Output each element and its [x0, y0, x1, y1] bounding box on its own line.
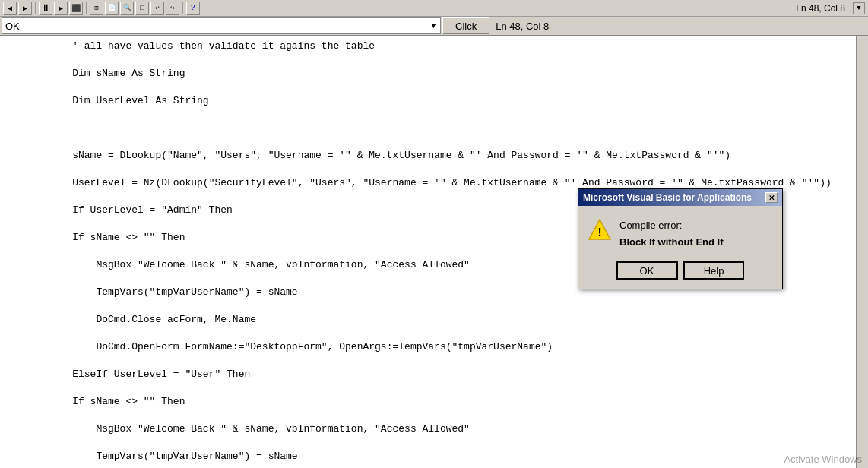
code-line	[46, 122, 868, 135]
design-btn[interactable]: ⊞	[90, 2, 103, 15]
svg-text:!: !	[596, 226, 603, 240]
error-title: Compile error:	[619, 218, 724, 233]
break-btn[interactable]: ⏸	[39, 2, 52, 15]
dialog-text: Compile error: Block If without End If	[619, 218, 724, 249]
code-line: MsgBox "Welcome Back " & sName, vbInform…	[46, 422, 868, 436]
code-line: Dim sName As String	[46, 67, 868, 81]
dialog-title: Microsoft Visual Basic for Applications	[583, 192, 752, 203]
forward-btn[interactable]: ▶	[18, 2, 32, 15]
redo-btn[interactable]: ↪	[166, 2, 179, 15]
code-line: sName = DLookup("Name", "Users", "Userna…	[46, 149, 868, 163]
dialog-buttons: OK Help	[588, 261, 773, 280]
warning-icon: !	[588, 218, 612, 242]
error-message: Block If without End If	[619, 235, 724, 250]
code-line: DoCmd.Close acForm, Me.Name	[46, 313, 868, 327]
scrollbar[interactable]	[856, 36, 868, 468]
dialog-help-btn[interactable]: Help	[683, 261, 744, 280]
scroll-arrow[interactable]: ▼	[853, 2, 865, 14]
dialog-close-btn[interactable]: ✕	[765, 192, 778, 203]
code-line: If sName <> "" Then	[46, 395, 868, 409]
code-line: TempVars("tmpVarUserName") = sName	[46, 450, 868, 463]
undo-btn[interactable]: ↩	[150, 2, 164, 15]
position-label: Ln 48, Col 8	[496, 21, 549, 32]
dialog-body: ! Compile error: Block If without End If…	[578, 206, 782, 289]
dialog-ok-btn[interactable]: OK	[616, 261, 677, 280]
dialog: Microsoft Visual Basic for Applications …	[578, 188, 783, 289]
combo-arrow: ▼	[430, 22, 437, 30]
code-line: ElseIf UserLevel = "User" Then	[46, 368, 868, 381]
code-line: ' all have values then validate it again…	[46, 40, 868, 53]
click-button[interactable]: Click	[442, 17, 489, 34]
code-line: DoCmd.OpenForm FormName:="DesktoppForm",…	[46, 340, 868, 354]
insert-module-btn[interactable]: 📄	[105, 2, 119, 15]
macro-combo[interactable]: OK ▼	[2, 17, 441, 34]
activate-watermark: Activate Windows	[784, 454, 862, 465]
back-btn[interactable]: ◀	[3, 2, 17, 15]
toolbar: ◀ ▶ ⏸ ▶ ⬛ ⊞ 📄 🔍 □ ↩ ↪ ? Ln 48, Col 8 ▼	[0, 0, 868, 17]
run-btn[interactable]: ▶	[54, 2, 68, 15]
help-btn[interactable]: ?	[186, 2, 200, 15]
statusbar: OK ▼ Click Ln 48, Col 8	[0, 17, 868, 36]
dialog-message-row: ! Compile error: Block If without End If	[588, 218, 773, 249]
debug-btn[interactable]: 🔍	[120, 2, 134, 15]
object-btn[interactable]: □	[135, 2, 149, 15]
dialog-title-bar: Microsoft Visual Basic for Applications …	[578, 189, 782, 206]
position-display: Ln 48, Col 8	[796, 3, 845, 14]
reset-btn[interactable]: ⬛	[69, 2, 83, 15]
code-line: Dim UserLevel As String	[46, 94, 868, 108]
